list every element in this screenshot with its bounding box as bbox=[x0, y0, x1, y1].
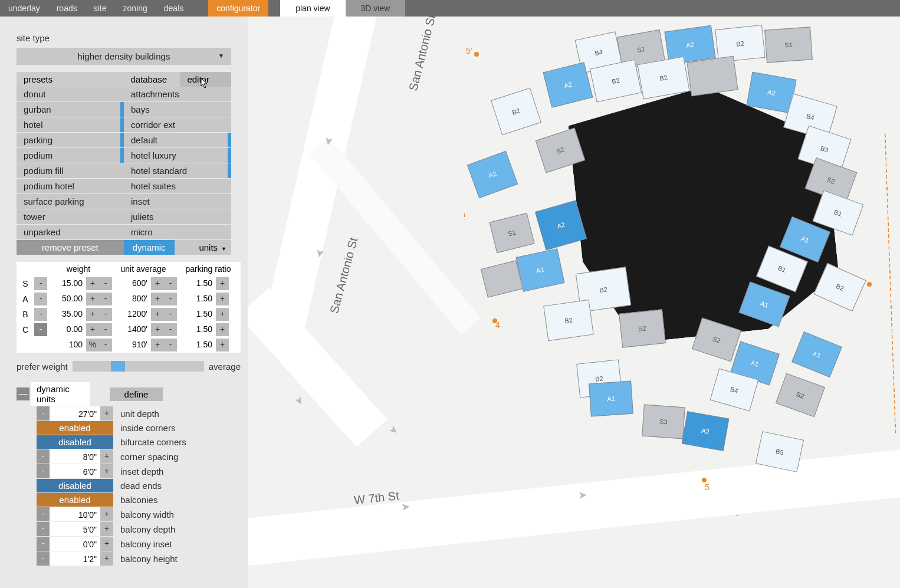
list-item[interactable]: hotel standard bbox=[124, 163, 231, 178]
list-item[interactable]: corridor ext bbox=[124, 117, 231, 132]
minus-button[interactable]: - bbox=[37, 551, 50, 566]
plus-button[interactable]: + bbox=[216, 277, 229, 290]
minus-button[interactable]: - bbox=[164, 293, 177, 306]
weight-slider[interactable] bbox=[73, 361, 204, 372]
minus-button[interactable]: - bbox=[99, 277, 112, 290]
plus-button[interactable]: + bbox=[100, 551, 113, 566]
unit-cell[interactable] bbox=[687, 56, 738, 97]
unit-avg-value[interactable]: 600' bbox=[112, 277, 151, 290]
value-field[interactable]: 6'0" bbox=[50, 464, 100, 478]
list-item[interactable]: hotel luxury bbox=[124, 148, 231, 163]
database-col-header[interactable]: database bbox=[123, 72, 180, 87]
remove-preset-button[interactable]: remove preset bbox=[17, 240, 124, 255]
unit-avg-value[interactable]: 1400' bbox=[112, 323, 151, 336]
toggle-enabled[interactable]: enabled bbox=[37, 493, 113, 507]
list-item[interactable]: podium fill bbox=[17, 163, 124, 178]
minus-button[interactable]: - bbox=[164, 308, 177, 321]
weight-value[interactable]: 15.00 bbox=[47, 277, 86, 290]
plus-button[interactable]: + bbox=[151, 339, 164, 352]
plus-button[interactable]: + bbox=[216, 339, 229, 352]
value-field[interactable]: 27'0" bbox=[50, 406, 100, 421]
unit-cell[interactable]: S3 bbox=[642, 405, 685, 439]
plus-button[interactable]: + bbox=[100, 522, 113, 536]
value-field[interactable]: 8'0" bbox=[50, 449, 100, 464]
plus-button[interactable]: + bbox=[100, 406, 113, 421]
value-field[interactable]: 0'0" bbox=[50, 537, 100, 551]
plus-button[interactable]: + bbox=[100, 537, 113, 551]
toggle-enabled[interactable]: enabled bbox=[37, 421, 113, 435]
plus-button[interactable]: + bbox=[151, 277, 164, 290]
value-field[interactable]: 1'2" bbox=[50, 551, 100, 566]
list-item[interactable]: parking bbox=[17, 133, 124, 147]
unit-cell[interactable]: S1 bbox=[764, 27, 813, 63]
list-item[interactable]: gurban bbox=[17, 102, 124, 117]
minus-button[interactable]: - bbox=[37, 449, 50, 464]
site-type-dropdown[interactable]: higher density buildings bbox=[17, 48, 231, 65]
plus-button[interactable]: + bbox=[100, 449, 113, 464]
list-item[interactable]: micro bbox=[124, 225, 231, 239]
minus-button[interactable]: - bbox=[99, 323, 112, 336]
minus-button[interactable]: - bbox=[164, 323, 177, 336]
plus-button[interactable]: + bbox=[86, 308, 99, 321]
tab-roads[interactable]: roads bbox=[48, 0, 86, 17]
list-item[interactable]: podium hotel bbox=[17, 179, 124, 193]
unit-cell[interactable]: B2 bbox=[543, 300, 594, 341]
parking-value[interactable]: 1.50 bbox=[177, 293, 216, 306]
plus-button[interactable]: + bbox=[151, 293, 164, 306]
tab-plan-view[interactable]: plan view bbox=[280, 0, 345, 17]
minus-button[interactable]: - bbox=[37, 537, 50, 551]
collapse-button[interactable]: — bbox=[17, 387, 29, 400]
tab-zoning[interactable]: zoning bbox=[115, 0, 156, 17]
value-field[interactable]: 10'0" bbox=[50, 507, 100, 521]
tab-configurator[interactable]: configurator bbox=[208, 0, 268, 17]
list-item[interactable]: juliets bbox=[124, 209, 231, 224]
minus-button[interactable]: - bbox=[99, 339, 112, 352]
minus-button[interactable]: - bbox=[37, 507, 50, 521]
minus-button[interactable]: - bbox=[37, 464, 50, 478]
list-item[interactable]: surface parking bbox=[17, 194, 124, 209]
plus-button[interactable]: + bbox=[216, 308, 229, 321]
list-item[interactable]: podium bbox=[17, 148, 124, 163]
unit-avg-value[interactable]: 800' bbox=[112, 293, 151, 306]
parking-value[interactable]: 1.50 bbox=[177, 308, 216, 321]
minus-button[interactable]: - bbox=[164, 277, 177, 290]
plus-button[interactable]: + bbox=[151, 308, 164, 321]
list-item[interactable]: hotel suites bbox=[124, 179, 231, 193]
plus-button[interactable]: + bbox=[100, 464, 113, 478]
minus-button[interactable]: - bbox=[34, 293, 47, 306]
tab-site[interactable]: site bbox=[86, 0, 115, 17]
unit-cell[interactable]: A1 bbox=[589, 381, 633, 417]
minus-button[interactable]: - bbox=[99, 293, 112, 306]
list-item[interactable]: unparked bbox=[17, 225, 124, 239]
tab-underlay[interactable]: underlay bbox=[0, 0, 48, 17]
minus-button[interactable]: - bbox=[164, 339, 177, 352]
unit-cell[interactable]: S2 bbox=[619, 309, 666, 347]
weight-value[interactable]: 50.00 bbox=[47, 293, 86, 306]
slider-thumb[interactable] bbox=[111, 361, 125, 372]
plus-button[interactable]: + bbox=[86, 277, 99, 290]
weight-value[interactable]: 0.00 bbox=[47, 323, 86, 336]
minus-button[interactable]: - bbox=[37, 522, 50, 536]
plan-view-canvas[interactable]: San Antonio St San Antonio St W 7th St 5… bbox=[248, 17, 900, 588]
weight-value[interactable]: 35.00 bbox=[47, 308, 86, 321]
list-item[interactable]: attachments bbox=[124, 87, 231, 101]
tab-deals[interactable]: deals bbox=[156, 0, 192, 17]
plus-button[interactable]: + bbox=[216, 323, 229, 336]
list-item[interactable]: tower bbox=[17, 209, 124, 224]
parking-value[interactable]: 1.50 bbox=[177, 323, 216, 336]
parking-value[interactable]: 1.50 bbox=[177, 277, 216, 290]
plus-button[interactable]: + bbox=[100, 507, 113, 521]
list-item[interactable]: default bbox=[124, 133, 231, 147]
toggle-disabled[interactable]: disabled bbox=[37, 479, 113, 492]
plus-button[interactable]: + bbox=[86, 293, 99, 306]
minus-button[interactable]: - bbox=[34, 277, 47, 290]
plus-button[interactable]: + bbox=[86, 323, 99, 336]
minus-button[interactable]: - bbox=[34, 308, 47, 321]
tab-3d-view[interactable]: 3D view bbox=[346, 0, 406, 17]
list-item[interactable]: bays bbox=[124, 102, 231, 117]
plus-button[interactable]: + bbox=[151, 323, 164, 336]
units-dropdown[interactable]: units bbox=[175, 240, 231, 255]
minus-button[interactable]: - bbox=[99, 308, 112, 321]
toggle-disabled[interactable]: disabled bbox=[37, 435, 113, 449]
minus-button[interactable]: - bbox=[34, 323, 47, 336]
